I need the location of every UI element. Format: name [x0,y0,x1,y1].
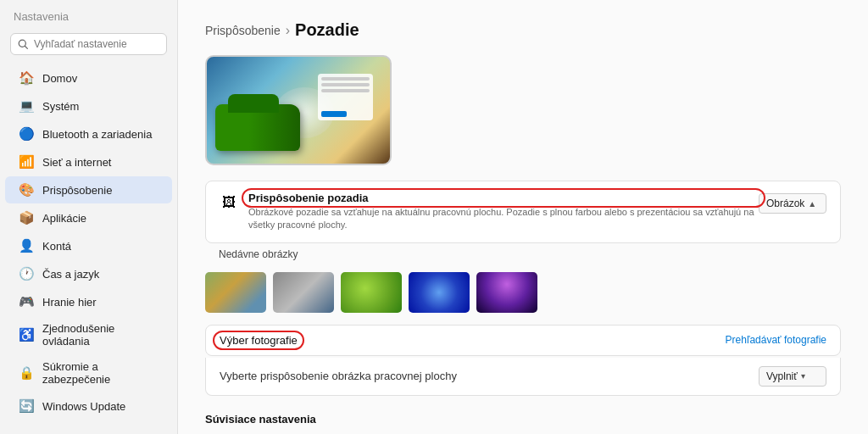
sidebar-item-aplikacie[interactable]: 📦 Aplikácie [5,204,172,231]
main-content: Prispôsobenie › Pozadie 🖼 Prispôsobenie … [178,0,868,434]
background-type-left: 🖼 Prispôsobenie pozadia Obrázkové pozadi… [220,192,759,232]
sidebar-item-cas[interactable]: 🕐 Čas a jazyk [5,260,172,287]
sidebar-item-domov[interactable]: 🏠 Domov [5,64,172,92]
photo-selection-row: Výber fotografie Prehľadávať fotografie [205,325,841,356]
breadcrumb: Prispôsobenie › Pozadie [205,20,841,40]
recent-images-label: Nedávne obrázky [205,245,841,260]
preview-card [318,74,373,120]
choose-photo-label: Výber fotografie [220,334,298,347]
fit-dropdown-value: Vyplniť [766,370,798,382]
sidebar-title: Nastavenia [0,7,177,30]
sidebar-item-sukromie[interactable]: 🔒 Súkromie a zabezpečenie [5,354,172,392]
search-box[interactable] [10,33,167,55]
related-settings-title: Súvisiace nastavenia [205,413,841,426]
preview-card-line1 [321,77,370,81]
background-type-row: 🖼 Prispôsobenie pozadia Obrázkové pozadi… [205,181,841,243]
sidebar-item-siet[interactable]: 📶 Sieť a internet [5,148,172,175]
nav-label-aplikacie: Aplikácie [42,212,86,225]
breadcrumb-current: Pozadie [295,20,359,40]
search-icon [18,39,29,50]
nav-icon-siet: 📶 [19,154,34,170]
chevron-up-icon: ▲ [808,199,816,209]
nav-icon-aplikacie: 📦 [19,210,34,225]
background-type-dropdown[interactable]: Obrázok ▲ [759,193,826,214]
breadcrumb-separator: › [286,23,290,38]
nav-label-system: Systém [42,100,79,113]
preview-car [215,104,300,151]
svg-line-1 [25,46,28,48]
nav-label-siet: Sieť a internet [42,156,111,169]
nav-icon-prispôsobenie: 🎨 [19,182,34,198]
nav-label-zjednodusenie: Zjednodušenie ovládania [42,322,159,348]
nav-icon-windows_update: 🔄 [19,398,34,414]
thumbnail-4[interactable] [409,272,470,313]
fit-dropdown[interactable]: Vyplniť ▾ [759,366,826,387]
background-type-desc: Obrázkové pozadie sa vzťahuje na aktuáln… [248,206,759,232]
fit-row: Vyberte prispôsobenie obrázka pracovnej … [205,358,841,396]
chevron-down-icon: ▾ [801,371,805,381]
nav-icon-domov: 🏠 [19,70,34,86]
background-type-title: Prispôsobenie pozadia [248,192,759,204]
nav-icon-zjednodusenie: ♿ [19,327,34,342]
nav-icon-cas: 🕐 [19,266,34,281]
sidebar-item-bluetooth[interactable]: 🔵 Bluetooth a zariadenia [5,120,172,147]
sidebar-item-konta[interactable]: 👤 Kontá [5,232,172,259]
sidebar: Nastavenia 🏠 Domov 💻 Systém 🔵 Bluetooth … [0,0,178,434]
thumbnail-5[interactable] [476,272,537,313]
recent-images-list [205,272,841,313]
nav-icon-bluetooth: 🔵 [19,126,34,142]
preview-card-line3 [321,89,370,92]
sidebar-item-zjednodusenie[interactable]: ♿ Zjednodušenie ovládania [5,316,172,353]
nav-label-prispôsobenie: Prispôsobenie [42,184,112,197]
nav-icon-hranie: 🎮 [19,294,34,309]
fit-label: Vyberte prispôsobenie obrázka pracovnej … [220,370,457,382]
sidebar-item-prispôsobenie[interactable]: 🎨 Prispôsobenie [5,176,172,203]
search-input[interactable] [34,38,159,50]
browse-photos-button[interactable]: Prehľadávať fotografie [726,334,826,346]
background-type-right: Obrázok ▲ [759,193,826,214]
breadcrumb-parent: Prispôsobenie [205,24,281,37]
nav-icon-sukromie: 🔒 [19,365,34,381]
nav-label-hranie: Hranie hier [42,296,97,309]
nav-label-cas: Čas a jazyk [42,268,99,281]
nav-icon-konta: 👤 [19,238,34,253]
thumbnail-2[interactable] [273,272,334,313]
background-type-icon: 🖼 [220,193,238,212]
preview-card-button [321,111,347,117]
background-preview [205,55,392,165]
sidebar-item-hranie[interactable]: 🎮 Hranie hier [5,288,172,315]
background-type-dropdown-value: Obrázok [766,198,804,209]
nav-label-domov: Domov [42,72,77,85]
nav-label-bluetooth: Bluetooth a zariadenia [42,128,152,141]
thumbnail-1[interactable] [205,272,266,313]
nav-icon-system: 💻 [19,98,34,114]
thumbnail-3[interactable] [341,272,402,313]
nav-label-windows_update: Windows Update [42,400,125,413]
sidebar-item-windows_update[interactable]: 🔄 Windows Update [5,392,172,420]
sidebar-item-system[interactable]: 💻 Systém [5,92,172,120]
nav-list: 🏠 Domov 💻 Systém 🔵 Bluetooth a zariadeni… [0,64,177,420]
nav-label-konta: Kontá [42,240,71,253]
nav-label-sukromie: Súkromie a zabezpečenie [42,360,159,386]
preview-card-line2 [321,83,370,86]
background-type-text: Prispôsobenie pozadia Obrázkové pozadie … [248,192,759,232]
